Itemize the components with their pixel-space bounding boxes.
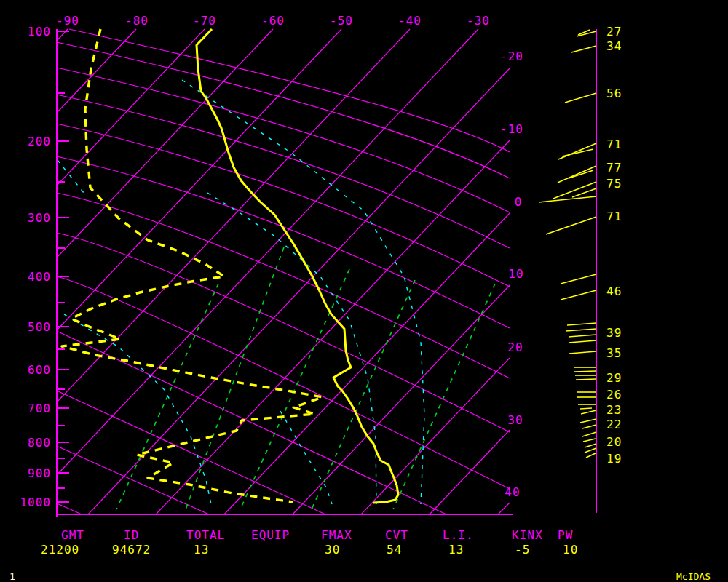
svg-text:-40: -40: [398, 14, 422, 28]
stat-value-kinx: -5: [515, 543, 530, 557]
stat-value-gmt: 21200: [41, 543, 79, 557]
svg-text:-50: -50: [330, 14, 353, 28]
dry-adiabats-group: [57, 29, 510, 514]
svg-text:35: 35: [606, 346, 622, 360]
wind-barbs-group: 27345671777571463935292623222019: [539, 25, 622, 513]
svg-text:34: 34: [606, 39, 622, 53]
svg-text:20: 20: [606, 435, 622, 449]
stat-label-total: TOTAL: [186, 528, 225, 542]
stat-value-cvt: 54: [387, 543, 402, 557]
svg-text:400: 400: [28, 270, 51, 284]
svg-text:-60: -60: [261, 14, 285, 28]
svg-text:900: 900: [28, 466, 51, 480]
svg-text:-80: -80: [125, 14, 149, 28]
pressure-axis-group: 1002003004005006007008009001000: [20, 25, 513, 517]
svg-text:600: 600: [28, 363, 51, 377]
stat-label-li: L.I.: [443, 528, 474, 542]
svg-text:10: 10: [508, 267, 523, 281]
svg-text:77: 77: [606, 161, 622, 175]
stat-label-id: ID: [124, 528, 139, 542]
stat-label-kinx: KINX: [512, 528, 543, 542]
stat-label-cvt: CVT: [385, 528, 408, 542]
svg-text:22: 22: [606, 418, 622, 431]
stat-label-fmax: FMAX: [321, 528, 352, 542]
svg-text:39: 39: [606, 326, 622, 340]
stat-value-pw: 10: [563, 543, 578, 557]
mixing-ratio-group: [116, 247, 495, 509]
stat-label-equip: EQUIP: [251, 528, 290, 542]
stat-value-total: 13: [194, 543, 209, 557]
svg-text:300: 300: [28, 211, 51, 225]
stat-value-li: 13: [448, 543, 464, 557]
skewt-chart: -90-80-70-60-50-40-30-20-100102030401002…: [0, 0, 728, 582]
svg-text:19: 19: [606, 452, 622, 466]
svg-text:30: 30: [507, 413, 523, 427]
mcidas-skewt-screen: -90-80-70-60-50-40-30-20-100102030401002…: [0, 0, 728, 582]
svg-text:-90: -90: [56, 14, 79, 28]
moist-adiabats-group: [58, 80, 424, 504]
svg-text:26: 26: [606, 388, 622, 402]
svg-text:700: 700: [28, 402, 51, 415]
svg-text:46: 46: [606, 284, 622, 298]
svg-text:29: 29: [606, 371, 622, 385]
svg-text:800: 800: [28, 436, 51, 450]
svg-text:500: 500: [28, 320, 51, 334]
svg-text:0: 0: [515, 195, 523, 209]
stat-value-id: 94672: [112, 543, 151, 557]
stat-label-gmt: GMT: [61, 528, 84, 542]
svg-text:100: 100: [28, 25, 51, 39]
frame-number-label: 1: [9, 571, 15, 582]
svg-text:-30: -30: [467, 14, 490, 28]
svg-text:-10: -10: [500, 122, 523, 136]
svg-text:40: 40: [505, 485, 520, 499]
svg-text:75: 75: [606, 177, 622, 191]
svg-text:23: 23: [606, 403, 622, 417]
temperature-trace: [197, 29, 398, 503]
svg-text:71: 71: [606, 137, 622, 151]
svg-text:20: 20: [507, 340, 523, 354]
svg-text:-20: -20: [500, 49, 523, 63]
svg-text:-70: -70: [193, 14, 216, 28]
stat-label-pw: PW: [558, 528, 573, 542]
mcidas-brand-label: McIDAS: [676, 571, 711, 582]
stat-value-fmax: 30: [325, 543, 340, 557]
svg-text:200: 200: [28, 135, 51, 148]
svg-text:1000: 1000: [20, 495, 51, 509]
svg-text:27: 27: [606, 25, 622, 39]
svg-text:71: 71: [606, 210, 622, 223]
svg-text:56: 56: [606, 87, 622, 100]
